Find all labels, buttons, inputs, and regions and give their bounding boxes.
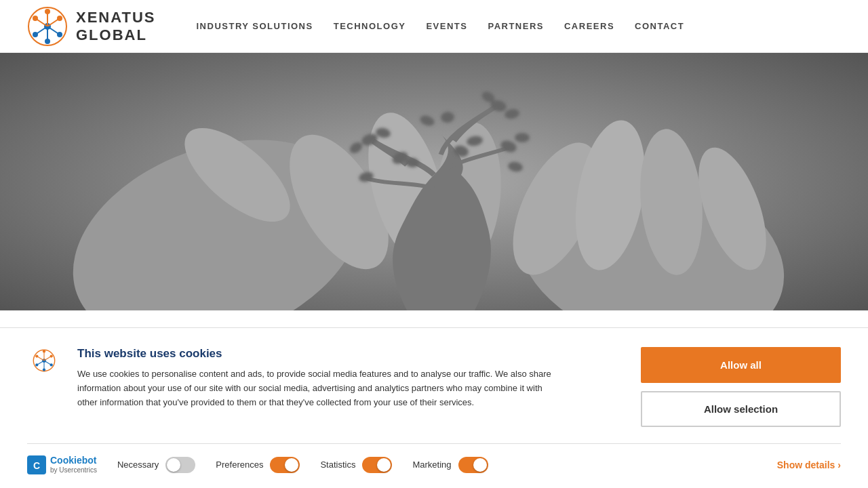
nav-partners[interactable]: PARTNERS: [488, 21, 544, 31]
toggle-group-necessary: Necessary: [117, 457, 195, 473]
svg-point-55: [43, 369, 45, 371]
cookiebot-sub: by Usercentrics: [50, 466, 97, 474]
nav-careers[interactable]: CAREERS: [564, 21, 614, 31]
cookiebot-icon: C: [27, 455, 46, 474]
toggle-preferences[interactable]: [270, 457, 300, 473]
logo[interactable]: XENATUS GLOBAL: [27, 6, 156, 47]
show-details-link[interactable]: Show details ›: [777, 460, 841, 470]
toggle-label-statistics: Statistics: [320, 460, 355, 470]
logo-text: XENATUS GLOBAL: [76, 9, 156, 44]
show-details-label: Show details: [777, 460, 835, 470]
allow-all-button[interactable]: Allow all: [641, 347, 841, 383]
cookie-logo: [27, 347, 61, 374]
main-nav: INDUSTRY SOLUTIONS TECHNOLOGY EVENTS PAR…: [197, 21, 685, 31]
svg-text:C: C: [33, 460, 40, 471]
toggle-label-necessary: Necessary: [117, 460, 159, 470]
nav-technology[interactable]: TECHNOLOGY: [334, 21, 406, 31]
cookie-banner: This website uses cookies We use cookies…: [0, 327, 868, 488]
toggle-necessary[interactable]: [165, 457, 195, 473]
chevron-right-icon: ›: [837, 460, 841, 470]
cookie-left: This website uses cookies We use cookies…: [27, 347, 614, 409]
cookie-title: This website uses cookies: [77, 347, 614, 361]
cookiebot-name: Cookiebot: [50, 455, 97, 466]
toggle-group-preferences: Preferences: [216, 457, 300, 473]
cookiebot-brand: C Cookiebot by Usercentrics: [27, 455, 97, 474]
cookie-content: This website uses cookies We use cookies…: [77, 347, 614, 409]
cookiebot-text: Cookiebot by Usercentrics: [50, 455, 97, 474]
cookie-body-text: We use cookies to personalise content an…: [77, 367, 552, 409]
svg-point-52: [35, 363, 38, 366]
svg-point-11: [57, 32, 62, 37]
hero-image: [0, 53, 868, 310]
toggle-label-marketing: Marketing: [412, 460, 451, 470]
hero-svg: [0, 53, 868, 310]
logo-icon: [27, 6, 68, 47]
nav-events[interactable]: EVENTS: [426, 21, 467, 31]
toggle-marketing[interactable]: [458, 457, 488, 473]
svg-point-9: [57, 16, 62, 21]
svg-point-8: [33, 16, 38, 21]
logo-xenatus: XENATUS: [76, 9, 156, 26]
svg-point-10: [33, 32, 38, 37]
toggle-group-marketing: Marketing: [412, 457, 488, 473]
toggle-label-preferences: Preferences: [216, 460, 263, 470]
site-header: XENATUS GLOBAL INDUSTRY SOLUTIONS TECHNO…: [0, 0, 868, 53]
nav-contact[interactable]: CONTACT: [635, 21, 684, 31]
cookie-top: This website uses cookies We use cookies…: [27, 347, 841, 427]
cookie-logo-icon: [27, 347, 61, 374]
toggle-group-statistics: Statistics: [320, 457, 392, 473]
svg-point-51: [50, 355, 53, 358]
svg-point-53: [50, 363, 53, 366]
cookie-footer: C Cookiebot by Usercentrics Necessary Pr…: [27, 443, 841, 474]
svg-point-12: [45, 9, 50, 14]
cookie-buttons: Allow all Allow selection: [641, 347, 841, 427]
svg-point-54: [43, 350, 45, 352]
logo-global: GLOBAL: [76, 26, 156, 44]
nav-industry-solutions[interactable]: INDUSTRY SOLUTIONS: [197, 21, 313, 31]
svg-point-33: [515, 133, 530, 142]
allow-selection-button[interactable]: Allow selection: [641, 391, 841, 427]
svg-point-13: [45, 39, 50, 44]
svg-point-50: [35, 355, 38, 358]
toggle-statistics[interactable]: [362, 457, 392, 473]
